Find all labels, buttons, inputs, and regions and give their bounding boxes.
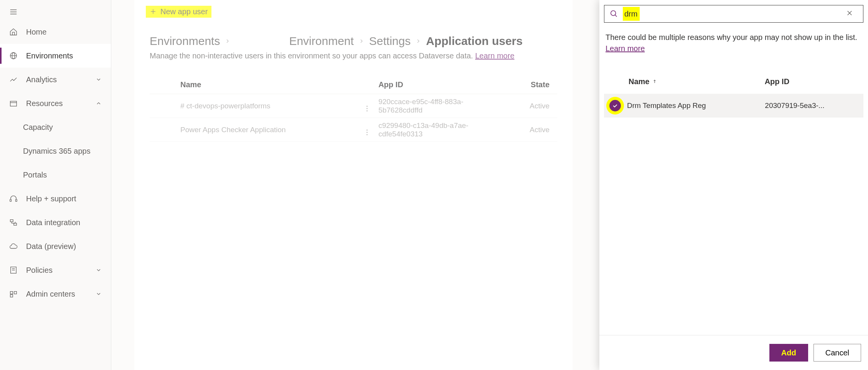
- panel-table-header: Name App ID: [604, 54, 863, 94]
- panel-col-name[interactable]: Name: [629, 77, 765, 86]
- svg-rect-8: [10, 199, 12, 202]
- clear-search-button[interactable]: [846, 10, 858, 18]
- analytics-icon: [9, 75, 19, 84]
- nav-portals[interactable]: Portals: [0, 163, 111, 187]
- sidebar: Home Environments Analytics Resources Ca…: [0, 0, 111, 370]
- search-box[interactable]: drm: [604, 5, 863, 23]
- search-icon: [610, 10, 618, 18]
- plus-icon: [150, 8, 157, 15]
- svg-line-21: [615, 15, 617, 17]
- table-header: Name App ID State: [150, 76, 557, 94]
- panel-footer: Add Cancel: [599, 335, 868, 370]
- chevron-right-icon: [358, 38, 369, 44]
- panel-body: drm There could be multiple reasons why …: [599, 0, 868, 335]
- new-app-user-button[interactable]: New app user: [146, 6, 211, 18]
- subtitle-text: Manage the non-interactive users in this…: [150, 51, 475, 60]
- nav-resources-label: Resources: [26, 99, 63, 108]
- crumb-environments[interactable]: Environments: [150, 35, 224, 48]
- topbar: New app user: [134, 0, 573, 23]
- cloud-icon: [9, 242, 19, 251]
- row-menu[interactable]: [355, 124, 378, 135]
- selected-check-icon[interactable]: [609, 100, 621, 111]
- add-app-panel: drm There could be multiple reasons why …: [599, 0, 868, 370]
- resources-icon: [9, 99, 19, 108]
- panel-row[interactable]: Drm Templates App Reg 20307919-5ea3-...: [604, 94, 863, 118]
- svg-rect-15: [10, 292, 13, 294]
- nav-d365-label: Dynamics 365 apps: [23, 147, 91, 156]
- col-state[interactable]: State: [503, 80, 557, 89]
- cancel-button[interactable]: Cancel: [814, 344, 861, 362]
- nav-help[interactable]: Help + support: [0, 187, 111, 211]
- hamburger-button[interactable]: [0, 3, 111, 20]
- row-menu[interactable]: [355, 100, 378, 111]
- new-app-user-label: New app user: [160, 7, 208, 16]
- main: New app user Environments Environment Se…: [111, 0, 599, 370]
- row-appid: 920ccace-e95c-4ff8-883a-5b7628cddffd: [378, 98, 503, 114]
- nav-data-integration-label: Data integration: [26, 218, 80, 227]
- svg-rect-9: [16, 199, 17, 202]
- svg-rect-10: [10, 220, 13, 222]
- sort-asc-icon: [649, 77, 657, 86]
- nav-resources[interactable]: Resources: [0, 91, 111, 115]
- row-name: Power Apps Checker Application: [173, 126, 355, 134]
- panel-row-name: Drm Templates App Reg: [627, 101, 765, 110]
- col-name[interactable]: Name: [173, 80, 355, 89]
- more-icon: [366, 106, 368, 111]
- crumb-environment[interactable]: Environment: [289, 35, 358, 48]
- nav-d365[interactable]: Dynamics 365 apps: [0, 139, 111, 163]
- nav-data-integration[interactable]: Data integration: [0, 211, 111, 234]
- svg-point-20: [611, 11, 616, 16]
- svg-rect-6: [10, 101, 17, 106]
- row-state: Active: [503, 126, 557, 134]
- nav-portals-label: Portals: [23, 171, 47, 179]
- subtitle: Manage the non-interactive users in this…: [150, 51, 557, 60]
- nav-environments[interactable]: Environments: [0, 44, 111, 68]
- search-input[interactable]: drm: [623, 7, 846, 21]
- row-appid: c9299480-c13a-49db-a7ae-cdfe54fe0313: [378, 121, 503, 138]
- nav-policies[interactable]: Policies: [0, 258, 111, 282]
- chevron-right-icon: [415, 38, 426, 44]
- data-integration-icon: [9, 218, 19, 227]
- nav-data-preview[interactable]: Data (preview): [0, 234, 111, 258]
- crumb-current: Application users: [426, 35, 527, 48]
- nav-analytics[interactable]: Analytics: [0, 68, 111, 91]
- content-area: Environments Environment Settings Applic…: [134, 23, 573, 370]
- nav-policies-label: Policies: [26, 266, 53, 275]
- svg-rect-17: [10, 295, 13, 297]
- policies-icon: [9, 266, 19, 274]
- chevron-up-icon: [96, 100, 102, 106]
- chevron-right-icon: [224, 38, 235, 44]
- users-table: Name App ID State # ct-devops-powerplatf…: [150, 76, 557, 142]
- nav-analytics-label: Analytics: [26, 75, 57, 84]
- nav-admin-centers[interactable]: Admin centers: [0, 282, 111, 306]
- subtitle-link[interactable]: Learn more: [475, 51, 514, 60]
- col-appid[interactable]: App ID: [378, 80, 503, 89]
- nav-data-preview-label: Data (preview): [26, 242, 76, 251]
- crumb-settings[interactable]: Settings: [369, 35, 415, 48]
- chevron-down-icon: [96, 267, 102, 273]
- row-state: Active: [503, 102, 557, 110]
- chevron-down-icon: [96, 291, 102, 297]
- svg-rect-11: [14, 223, 17, 226]
- chevron-down-icon: [96, 76, 102, 83]
- close-icon: [846, 10, 853, 17]
- breadcrumb: Environments Environment Settings Applic…: [150, 35, 557, 48]
- table-row[interactable]: Power Apps Checker Application c9299480-…: [150, 118, 557, 142]
- panel-col-appid[interactable]: App ID: [765, 77, 862, 86]
- row-name: # ct-devops-powerplatforms: [173, 102, 355, 110]
- panel-info-text: There could be multiple reasons why your…: [606, 33, 857, 41]
- table-row[interactable]: # ct-devops-powerplatforms 920ccace-e95c…: [150, 94, 557, 118]
- nav-capacity[interactable]: Capacity: [0, 115, 111, 139]
- svg-rect-16: [14, 292, 17, 294]
- hamburger-icon: [9, 8, 18, 16]
- nav-capacity-label: Capacity: [23, 123, 53, 132]
- add-button[interactable]: Add: [769, 344, 808, 362]
- home-icon: [9, 28, 19, 36]
- more-icon: [366, 129, 368, 135]
- nav-environments-label: Environments: [26, 51, 73, 60]
- panel-info-link[interactable]: Learn more: [606, 44, 645, 53]
- nav-help-label: Help + support: [26, 194, 76, 203]
- search-input-value: drm: [623, 7, 640, 21]
- nav-home[interactable]: Home: [0, 20, 111, 44]
- admin-centers-icon: [9, 290, 19, 298]
